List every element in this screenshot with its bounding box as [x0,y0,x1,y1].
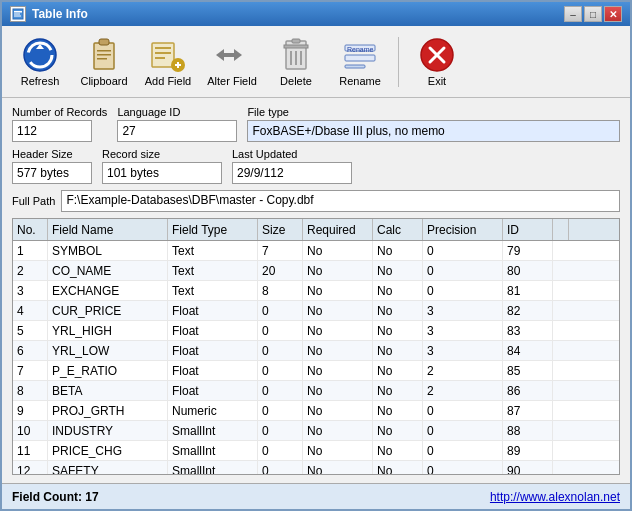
table-cell: No [373,421,423,440]
svg-rect-1 [14,11,22,13]
svg-rect-23 [292,39,300,43]
table-cell: SmallInt [168,421,258,440]
alter-field-icon [214,37,250,73]
table-cell: SYMBOL [48,241,168,260]
col-field-name: Field Name [48,219,168,240]
language-id-group: Language ID 27 [117,106,237,142]
table-row[interactable]: 10INDUSTRYSmallInt0NoNo088 [13,421,619,441]
table-cell: 90 [503,461,553,474]
refresh-button[interactable]: Refresh [10,31,70,93]
window-title: Table Info [32,7,88,21]
table-cell: Text [168,241,258,260]
table-cell: 0 [423,281,503,300]
info-row-2: Header Size 577 bytes Record size 101 by… [12,148,620,184]
table-cell: 0 [423,421,503,440]
table-row[interactable]: 7P_E_RATIOFloat0NoNo285 [13,361,619,381]
table-cell: No [373,341,423,360]
table-body[interactable]: 1SYMBOLText7NoNo0792CO_NAMEText20NoNo080… [13,241,619,474]
svg-text:Rename: Rename [347,46,374,53]
table-cell: PROJ_GRTH [48,401,168,420]
svg-rect-30 [345,65,365,68]
table-row[interactable]: 2CO_NAMEText20NoNo080 [13,261,619,281]
table-row[interactable]: 11PRICE_CHGSmallInt0NoNo089 [13,441,619,461]
num-records-value: 112 [12,120,92,142]
table-cell: 83 [503,321,553,340]
exit-button[interactable]: Exit [407,31,467,93]
fullpath-label: Full Path [12,195,55,207]
svg-rect-2 [14,14,20,15]
table-cell: BETA [48,381,168,400]
svg-rect-12 [155,47,171,49]
table-cell: Float [168,321,258,340]
file-type-label: File type [247,106,620,118]
table-cell: 2 [13,261,48,280]
close-button[interactable]: ✕ [604,6,622,22]
title-controls: – □ ✕ [564,6,622,22]
table-cell: 0 [423,401,503,420]
table-cell: 0 [258,321,303,340]
table-row[interactable]: 12SAFETYSmallInt0NoNo090 [13,461,619,474]
last-updated-group: Last Updated 29/9/112 [232,148,352,184]
table-row[interactable]: 9PROJ_GRTHNumeric0NoNo087 [13,401,619,421]
status-bar: Field Count: 17 http://www.alexnolan.net [2,483,630,509]
table-cell: 7 [258,241,303,260]
table-cell: No [303,401,373,420]
last-updated-label: Last Updated [232,148,352,160]
table-cell: No [303,381,373,400]
maximize-button[interactable]: □ [584,6,602,22]
table-row[interactable]: 5YRL_HIGHFloat0NoNo383 [13,321,619,341]
website-link[interactable]: http://www.alexnolan.net [490,490,620,504]
table-cell: 7 [13,361,48,380]
fullpath-row: Full Path F:\Example-Databases\DBF\maste… [12,190,620,212]
table-cell: 0 [423,461,503,474]
fields-table: No. Field Name Field Type Size Required … [12,218,620,475]
table-cell: No [303,321,373,340]
table-cell: 11 [13,441,48,460]
table-cell: 2 [423,361,503,380]
table-cell: CUR_PRICE [48,301,168,320]
minimize-button[interactable]: – [564,6,582,22]
table-cell: 3 [423,341,503,360]
table-cell: No [373,461,423,474]
table-row[interactable]: 4CUR_PRICEFloat0NoNo382 [13,301,619,321]
delete-icon [278,37,314,73]
add-field-icon [150,37,186,73]
table-cell: Float [168,381,258,400]
table-row[interactable]: 8BETAFloat0NoNo286 [13,381,619,401]
header-size-label: Header Size [12,148,92,160]
table-row[interactable]: 3EXCHANGEText8NoNo081 [13,281,619,301]
delete-button[interactable]: Delete [266,31,326,93]
record-size-group: Record size 101 bytes [102,148,222,184]
table-cell: No [373,401,423,420]
add-field-button[interactable]: Add Field [138,31,198,93]
col-field-type: Field Type [168,219,258,240]
refresh-label: Refresh [21,75,60,87]
language-id-label: Language ID [117,106,237,118]
table-cell: 0 [258,361,303,380]
table-cell: Numeric [168,401,258,420]
svg-rect-9 [97,54,111,56]
file-type-value: FoxBASE+/Dbase III plus, no memo [247,120,620,142]
fullpath-value: F:\Example-Databases\DBF\master - Copy.d… [61,190,620,212]
rename-label: Rename [339,75,381,87]
table-cell: No [373,321,423,340]
table-cell: No [303,261,373,280]
table-cell: 89 [503,441,553,460]
rename-button[interactable]: Rename Rename [330,31,390,93]
alter-field-button[interactable]: Alter Field [202,31,262,93]
table-cell: 8 [13,381,48,400]
svg-marker-18 [216,49,224,61]
table-cell: Float [168,341,258,360]
table-cell: 3 [13,281,48,300]
svg-rect-14 [155,57,165,59]
table-cell: 3 [423,321,503,340]
table-cell: 4 [13,301,48,320]
table-row[interactable]: 1SYMBOLText7NoNo079 [13,241,619,261]
table-cell: 0 [258,401,303,420]
svg-rect-20 [223,53,235,57]
header-size-value: 577 bytes [12,162,92,184]
clipboard-button[interactable]: Clipboard [74,31,134,93]
table-cell: YRL_LOW [48,341,168,360]
svg-rect-17 [177,62,179,68]
table-row[interactable]: 6YRL_LOWFloat0NoNo384 [13,341,619,361]
